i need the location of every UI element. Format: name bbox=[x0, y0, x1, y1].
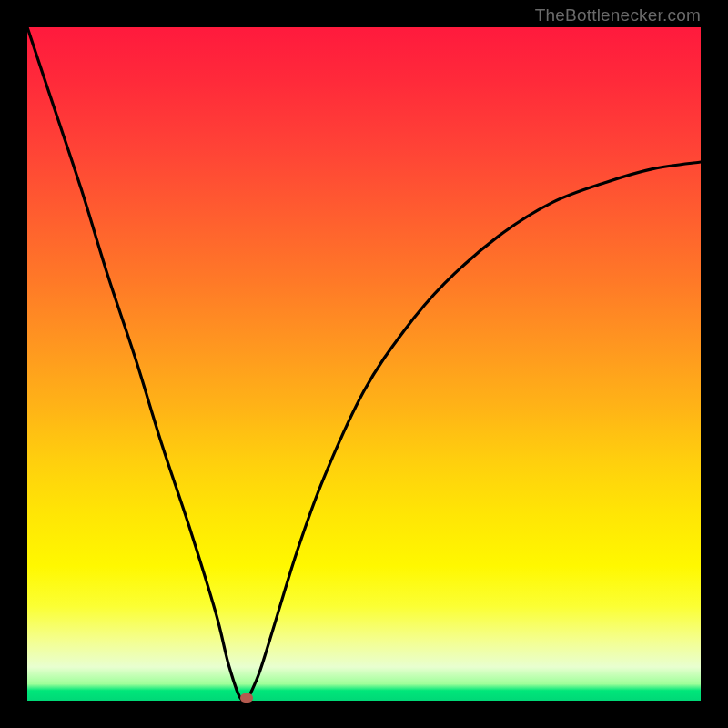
bottleneck-curve bbox=[27, 27, 701, 701]
watermark-text: TheBottlenecker.com bbox=[535, 5, 701, 25]
chart-frame: TheBottlenecker.com bbox=[0, 0, 728, 728]
minimum-marker bbox=[240, 693, 253, 703]
